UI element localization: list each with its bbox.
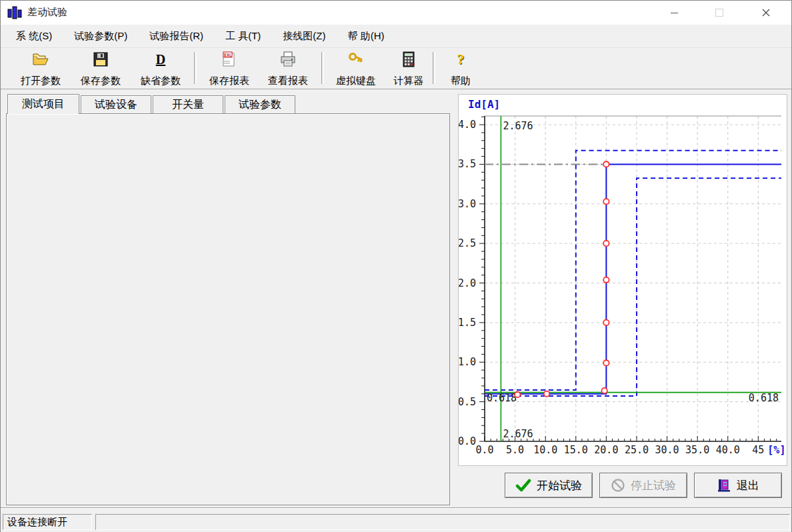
virtual-keyboard-icon [347,50,365,69]
minimize-icon [671,13,678,13]
svg-text:3.5: 3.5 [459,158,476,170]
save-report-icon: EXL [220,50,239,69]
svg-text:0.618: 0.618 [749,392,779,404]
default-params-label: 缺省参数 [141,75,181,87]
maximize-button[interactable] [704,1,735,25]
menu-system[interactable]: 系 统(S) [16,30,52,43]
save-params-label: 保存参数 [81,75,121,87]
close-icon [762,9,770,17]
calculator-button[interactable]: 计算器 [390,50,427,87]
svg-text:2.676: 2.676 [503,428,533,440]
svg-text:5.0: 5.0 [506,444,524,456]
svg-text:2.676: 2.676 [503,120,533,132]
close-button[interactable] [751,1,781,25]
app-icon [7,5,22,20]
svg-text:35.0: 35.0 [685,444,709,456]
characteristic-chart: 0.05.010.015.020.025.030.035.040.0450.00… [459,95,787,465]
svg-text:0.618: 0.618 [487,392,517,404]
characteristic-chart-panel: 0.05.010.015.020.025.030.035.040.0450.00… [458,94,787,466]
tab-test-params[interactable]: 试验参数 [225,95,295,114]
save-params-button[interactable]: 保存参数 [77,50,125,87]
menu-help[interactable]: 帮 助(H) [347,30,384,43]
help-icon: ? [451,50,470,69]
svg-text:0.0: 0.0 [475,444,493,456]
toolbar-separator [433,52,435,84]
save-report-button[interactable]: EXL 保存报表 [205,50,253,87]
window-title: 差动试验 [27,6,67,19]
toolbar: 打开参数 保存参数 D 缺省参数 EXL 保存报表 查看报表 [1,47,791,89]
calculator-label: 计算器 [394,75,424,87]
svg-text:20.0: 20.0 [594,444,618,456]
help-button[interactable]: ? 帮助 [446,50,475,87]
svg-text:3.0: 3.0 [459,198,476,210]
calculator-icon [399,50,418,69]
svg-text:15.0: 15.0 [564,444,588,456]
svg-text:2.5: 2.5 [459,237,476,249]
tab-page-test-items [6,113,450,505]
title-bar: 差动试验 [1,1,791,25]
toolbar-separator [321,52,324,84]
view-report-label: 查看报表 [268,75,308,87]
connection-status: 设备连接断开 [3,514,92,530]
minimize-button[interactable] [659,1,689,25]
status-bar: 设备连接断开 [1,509,791,532]
check-icon [515,478,531,493]
menu-wiring-diagram[interactable]: 接线图(Z) [283,30,325,43]
svg-text:45: 45 [752,444,764,456]
svg-text:0.0: 0.0 [459,435,476,447]
default-params-button[interactable]: D 缺省参数 [137,50,185,87]
view-report-button[interactable]: 查看报表 [264,50,312,87]
svg-text:4.0: 4.0 [459,119,476,131]
menu-bar: 系 统(S) 试验参数(P) 试验报告(R) 工 具(T) 接线图(Z) 帮 助… [1,25,791,47]
menu-test-params[interactable]: 试验参数(P) [74,30,127,43]
tab-test-items[interactable]: 测试项目 [7,94,79,114]
status-divider [1,507,791,509]
tab-test-equipment[interactable]: 试验设备 [81,95,151,114]
open-params-label: 打开参数 [21,75,61,87]
app-window: 差动试验 系 统(S) 试验参数(P) 试验报告(R) 工 具(T) 接线图(Z… [0,0,792,532]
save-report-label: 保存报表 [209,75,249,87]
menu-test-report[interactable]: 试验报告(R) [149,30,203,43]
svg-text:25.0: 25.0 [625,444,649,456]
svg-text:10.0: 10.0 [533,444,557,456]
svg-text:EXL: EXL [224,53,232,58]
svg-text:0.5: 0.5 [459,396,476,408]
svg-text:30.0: 30.0 [655,444,679,456]
exit-button[interactable]: 退出 [694,473,782,498]
open-folder-icon [31,50,50,69]
toolbar-separator [194,52,197,84]
stop-test-button: 停止试验 [599,473,687,498]
open-params-button[interactable]: 打开参数 [17,50,65,87]
virtual-keyboard-button[interactable]: 虚拟键盘 [332,50,380,87]
svg-text:[%]: [%] [767,444,785,456]
default-params-icon: D [151,50,170,69]
save-floppy-icon [91,50,110,69]
help-label: 帮助 [451,75,471,87]
stop-icon [611,478,625,493]
maximize-icon [715,9,723,17]
start-test-button[interactable]: 开始试验 [505,473,593,498]
svg-text:2.0: 2.0 [459,277,476,289]
tab-switch-values[interactable]: 开关量 [153,95,223,114]
svg-text:40.0: 40.0 [716,444,740,456]
svg-text:1.5: 1.5 [459,317,476,329]
svg-text:Id[A]: Id[A] [468,98,500,111]
virtual-keyboard-label: 虚拟键盘 [336,75,376,87]
svg-text:1.0: 1.0 [459,356,476,368]
status-panel-secondary [95,514,790,530]
exit-icon [717,478,731,493]
view-report-icon [279,50,297,69]
menu-tools[interactable]: 工 具(T) [225,30,261,43]
tab-control: 测试项目 试验设备 开关量 试验参数 [6,94,450,505]
